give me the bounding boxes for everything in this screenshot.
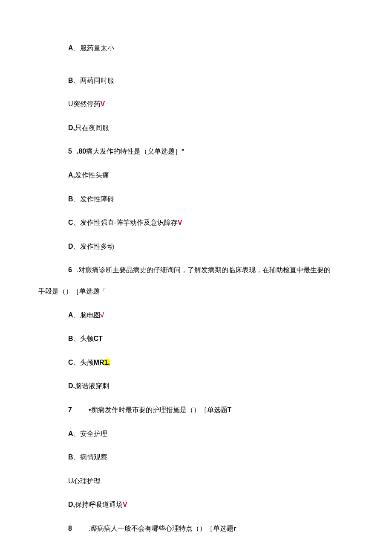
q5-option-a: A,发作性头痛: [38, 170, 354, 181]
q6-option-d: D.脑诰液穿刺: [38, 381, 354, 392]
option-text: 脑电图: [80, 311, 101, 319]
option-sep: 、: [73, 44, 80, 52]
question-number: 6: [68, 264, 77, 276]
option-text: 保持呼吸道通场: [75, 501, 123, 508]
option-text: 两药同时服: [80, 77, 114, 84]
q5-option-b: B、发作性障碍: [38, 194, 354, 205]
option-label: A: [68, 311, 73, 319]
q4-option-c: U突然停药V: [38, 99, 354, 110]
option-sep: 、: [73, 243, 80, 250]
option-label: B: [68, 335, 73, 342]
q4-option-d: D,只在夜间服: [38, 122, 354, 134]
option-text: 发作性障碍: [80, 195, 114, 203]
correct-mark: V: [178, 219, 182, 226]
q7-option-c: U心理护理: [38, 476, 354, 487]
q6-option-b: B、头顿CT: [38, 333, 354, 344]
option-suffix-highlight: 1.: [104, 359, 110, 366]
q7-option-b: B、病情观察: [38, 452, 354, 463]
option-text: 头颅: [80, 359, 94, 366]
option-text: 发作性多动: [80, 243, 114, 250]
correct-mark: V: [123, 501, 127, 508]
q6-option-c: C、头颅MR1.: [38, 357, 354, 368]
option-label: B: [68, 195, 73, 203]
question-number: 5: [68, 146, 77, 157]
option-sep: 、: [73, 430, 80, 437]
option-suffix-pre: MR: [94, 359, 104, 366]
option-label: D,: [68, 501, 75, 508]
option-label: A,: [68, 171, 75, 179]
option-text: 头顿: [80, 335, 94, 342]
q5-stem: 5.80痛大发作的特性是（义单选题］*: [38, 146, 354, 157]
q6-stem-line1: 6.对癜痛诊断主要品病史的仔细询问，了解发病期的临床表现，在辅助检直中最生要的: [38, 264, 354, 276]
option-sep: 、: [73, 311, 80, 319]
option-label: D,: [68, 124, 75, 131]
stem-text: 痛大发作的特性是（义单选题］*: [86, 148, 184, 155]
option-sep: 、: [73, 77, 80, 84]
stem-suffix: T: [228, 406, 232, 413]
q6-stem-line2: 手段是（）［单选题「: [38, 286, 354, 297]
correct-mark: V: [101, 100, 105, 108]
option-text: 脑诰液穿刺: [75, 382, 109, 389]
option-label: B: [68, 453, 73, 461]
option-text: 心理护理: [73, 477, 101, 485]
option-label: C: [68, 219, 73, 226]
q8-stem: 8.瘵病病人一般不会有哪些心理特点（）［单选题r: [38, 523, 354, 534]
option-suffix: CT: [94, 335, 103, 342]
question-number: 8: [68, 523, 77, 534]
stem-text: 手段是（）［单选题「: [38, 288, 107, 295]
option-sep: 、: [73, 453, 80, 461]
option-text: 只在夜间服: [75, 124, 109, 131]
option-text: 发作性头痛: [75, 171, 109, 179]
option-label: B: [68, 77, 73, 84]
q4-option-b: B、两药同时服: [38, 75, 354, 86]
option-label: U: [68, 477, 73, 485]
option-sep: 、: [73, 195, 80, 203]
option-sep: 、: [73, 359, 80, 366]
q7-option-a: A、安全护理: [38, 428, 354, 439]
q4-option-a: A、服药量太小: [38, 43, 354, 54]
stem-text: •痴痫发作时最市要的护理措施是（）［单选题: [89, 406, 228, 413]
stem-prefix: .80: [77, 148, 86, 155]
q5-option-c: C、发作性强直-阵竽动作及意识障存V: [38, 217, 354, 228]
stem-text: .对癜痛诊断主要品病史的仔细询问，了解发病期的临床表现，在辅助检直中最生要的: [77, 266, 331, 273]
option-text: 病情观察: [80, 453, 107, 461]
option-text: 服药量太小: [80, 44, 114, 52]
option-text: 突然停药: [73, 100, 101, 108]
question-number: 7: [68, 404, 77, 416]
option-label: D.: [68, 382, 75, 389]
option-text: 发作性强直-阵竽动作及意识障存: [80, 219, 178, 226]
option-label: A: [68, 430, 73, 437]
option-sep: 、: [73, 219, 80, 226]
q5-option-d: D、发作性多动: [38, 241, 354, 252]
option-text: 安全护理: [80, 430, 107, 437]
option-label: C: [68, 359, 73, 366]
option-sep: 、: [73, 335, 80, 342]
q7-stem: 7•痴痫发作时最市要的护理措施是（）［单选题T: [38, 404, 354, 416]
option-label: U: [68, 100, 73, 108]
option-label: D: [68, 243, 73, 250]
stem-suffix: r: [233, 525, 236, 532]
q7-option-d: D,保持呼吸道通场V: [38, 499, 354, 510]
stem-text: .瘵病病人一般不会有哪些心理特点（）［单选题: [89, 525, 233, 532]
option-label: A: [68, 44, 73, 52]
correct-mark: √: [101, 311, 104, 319]
q6-option-a: A、脑电图√: [38, 310, 354, 321]
